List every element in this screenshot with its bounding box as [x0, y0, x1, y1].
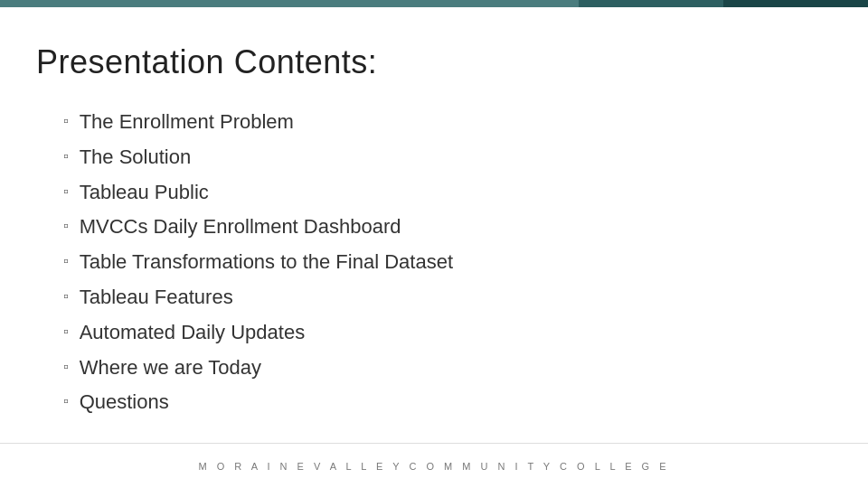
list-item: ▫Questions [63, 389, 832, 417]
list-item: ▫Where we are Today [63, 354, 832, 382]
footer-text: M O R A I N E V A L L E Y C O M M U N I … [198, 461, 669, 472]
top-accent-inner [723, 0, 868, 7]
bullet-list: ▫The Enrollment Problem▫The Solution▫Tab… [36, 108, 832, 417]
list-item-text: Automated Daily Updates [80, 319, 305, 347]
page-title: Presentation Contents: [36, 43, 832, 81]
list-item-text: Tableau Public [80, 179, 209, 207]
bullet-marker-icon: ▫ [63, 216, 69, 236]
bullet-marker-icon: ▫ [63, 111, 69, 131]
list-item-text: Tableau Features [80, 284, 233, 312]
list-item-text: The Solution [80, 144, 192, 172]
list-item: ▫The Solution [63, 144, 832, 172]
bullet-marker-icon: ▫ [63, 357, 69, 377]
bullet-marker-icon: ▫ [63, 286, 69, 306]
list-item: ▫The Enrollment Problem [63, 108, 832, 136]
bullet-marker-icon: ▫ [63, 251, 69, 271]
list-item: ▫Tableau Features [63, 284, 832, 312]
top-bar [0, 0, 868, 7]
top-accent [579, 0, 868, 7]
list-item-text: Questions [80, 389, 169, 417]
list-item: ▫Automated Daily Updates [63, 319, 832, 347]
bullet-marker-icon: ▫ [63, 146, 69, 166]
bullet-marker-icon: ▫ [63, 182, 69, 202]
bullet-marker-icon: ▫ [63, 322, 69, 342]
main-content: Presentation Contents: ▫The Enrollment P… [0, 7, 868, 443]
list-item: ▫Tableau Public [63, 179, 832, 207]
list-item-text: The Enrollment Problem [80, 108, 294, 136]
bullet-marker-icon: ▫ [63, 391, 69, 411]
footer-bar: M O R A I N E V A L L E Y C O M M U N I … [0, 443, 868, 488]
list-item-text: Where we are Today [80, 354, 261, 382]
list-item: ▫Table Transformations to the Final Data… [63, 249, 832, 277]
list-item-text: MVCCs Daily Enrollment Dashboard [80, 213, 401, 241]
list-item-text: Table Transformations to the Final Datas… [80, 249, 453, 277]
list-item: ▫MVCCs Daily Enrollment Dashboard [63, 213, 832, 241]
